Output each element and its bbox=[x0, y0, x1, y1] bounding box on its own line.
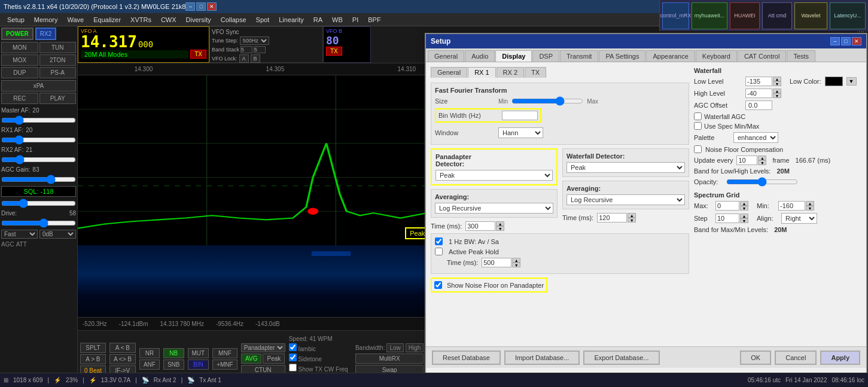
agc-select[interactable]: Fast bbox=[1, 230, 38, 239]
wf-time-down[interactable]: ▼ bbox=[628, 218, 636, 223]
menu-diversity[interactable]: Diversity bbox=[181, 15, 216, 25]
sg-max-input[interactable] bbox=[715, 201, 739, 211]
hz-bw-cb[interactable] bbox=[435, 237, 443, 245]
vfo-b-btn[interactable]: B bbox=[251, 54, 260, 63]
vfo-a-freq[interactable]: 14.317 bbox=[81, 34, 137, 50]
opacity-slider[interactable] bbox=[726, 177, 798, 187]
sg-min-input[interactable] bbox=[778, 201, 805, 211]
power-button[interactable]: POWER bbox=[1, 28, 33, 40]
wf-time-up[interactable]: ▲ bbox=[628, 213, 636, 218]
low-level-input[interactable] bbox=[745, 77, 772, 86]
menu-collapse[interactable]: Collapse bbox=[216, 15, 251, 25]
restore-btn[interactable]: □ bbox=[196, 2, 206, 11]
tab-keyboard[interactable]: Keyboard bbox=[696, 50, 737, 62]
twotone-btn[interactable]: 2TON bbox=[39, 54, 77, 66]
a-lt-b-btn[interactable]: A < B bbox=[109, 343, 136, 353]
menu-pi[interactable]: PI bbox=[348, 15, 363, 25]
band-stack-val2[interactable] bbox=[254, 46, 266, 53]
tab-dsp[interactable]: DSP bbox=[532, 50, 559, 62]
minimize-btn[interactable]: – bbox=[185, 2, 195, 11]
tab-appearance[interactable]: Appearance bbox=[646, 50, 695, 62]
ext-app-control[interactable]: control_mRX bbox=[662, 2, 689, 29]
rx1-af-slider[interactable] bbox=[1, 135, 76, 145]
band-stack-val1[interactable] bbox=[240, 46, 252, 53]
menu-bpf[interactable]: BPF bbox=[363, 15, 385, 25]
bin-width-input[interactable]: 5.859 bbox=[502, 111, 538, 120]
tab-audio[interactable]: Audio bbox=[465, 50, 495, 62]
window-select[interactable]: Hann Hamming Blackman Flat Top bbox=[498, 127, 543, 138]
multirx-btn[interactable]: MultiRX bbox=[355, 354, 424, 364]
mut-btn[interactable]: MUT bbox=[188, 348, 209, 358]
mnf-btn[interactable]: MNF bbox=[212, 348, 237, 358]
fft-size-slider[interactable] bbox=[511, 96, 583, 106]
low-level-down[interactable]: ▼ bbox=[773, 81, 781, 86]
agc-gain-slider[interactable] bbox=[1, 175, 76, 184]
wf-agc-cb[interactable] bbox=[694, 112, 702, 120]
sg-step-down[interactable]: ▼ bbox=[740, 218, 748, 223]
psa-btn[interactable]: PS-A bbox=[39, 67, 77, 78]
snb-btn[interactable]: SNB bbox=[163, 359, 184, 370]
sg-max-down[interactable]: ▼ bbox=[740, 206, 748, 211]
apply-btn[interactable]: Apply bbox=[820, 351, 860, 365]
wf-time-input[interactable] bbox=[597, 213, 627, 223]
vfo-a-btn[interactable]: A bbox=[239, 54, 249, 63]
pan-detector-select[interactable]: Peak Average Sample bbox=[435, 170, 553, 181]
master-af-slider[interactable] bbox=[1, 115, 76, 125]
play-btn[interactable]: PLAY bbox=[39, 93, 77, 104]
sg-align-select[interactable]: Right Left Center bbox=[781, 213, 817, 224]
ok-btn[interactable]: OK bbox=[740, 351, 771, 365]
rx2-af-slider[interactable] bbox=[1, 155, 76, 164]
update-every-up[interactable]: ▲ bbox=[758, 156, 766, 160]
peak-time-up[interactable]: ▲ bbox=[512, 258, 520, 263]
active-peak-cb[interactable] bbox=[435, 248, 443, 255]
close-btn[interactable]: ✕ bbox=[207, 2, 217, 11]
bin-btn[interactable]: BIN bbox=[188, 359, 209, 370]
vfo-a-mode[interactable]: 20M All Modes bbox=[81, 50, 188, 59]
xpa-btn[interactable]: xPA bbox=[1, 80, 76, 92]
high-level-down[interactable]: ▼ bbox=[773, 93, 781, 98]
menu-wb[interactable]: WB bbox=[327, 15, 348, 25]
vfo-b-tx-btn[interactable]: TX bbox=[326, 47, 342, 56]
low-color-btn[interactable]: ▼ bbox=[846, 77, 857, 86]
drive-slider[interactable] bbox=[1, 218, 76, 228]
tune-step-select[interactable]: 500Hz bbox=[240, 36, 269, 45]
nb-btn[interactable]: NB bbox=[163, 348, 184, 358]
rec-btn[interactable]: REC bbox=[1, 93, 38, 104]
sg-step-input[interactable] bbox=[715, 214, 739, 223]
noise-floor-cb[interactable] bbox=[434, 281, 442, 289]
sidetone-cb[interactable] bbox=[289, 354, 297, 361]
vfo-b-freq[interactable]: 80 bbox=[326, 34, 368, 47]
pan-avg-select[interactable]: Log Recursive Window None bbox=[435, 203, 553, 214]
wf-detector-select[interactable]: Peak Average Sample bbox=[567, 162, 685, 173]
tab-pa-settings[interactable]: PA Settings bbox=[599, 50, 645, 62]
menu-ra[interactable]: RA bbox=[309, 15, 327, 25]
reset-db-btn[interactable]: Reset Database bbox=[432, 351, 501, 365]
high-btn[interactable]: High bbox=[406, 343, 424, 352]
a-eq-b-btn[interactable]: A <> B bbox=[109, 354, 136, 364]
ext-app-huawei2[interactable]: HUAWEI bbox=[730, 2, 760, 29]
dialog-minimize[interactable]: – bbox=[830, 37, 840, 45]
att-select[interactable]: 0dB bbox=[39, 230, 76, 239]
peak-btn[interactable]: Peak bbox=[263, 354, 285, 364]
show-tx-cw-cb[interactable] bbox=[289, 364, 297, 371]
avg-btn[interactable]: AVG bbox=[241, 354, 261, 364]
low-btn[interactable]: Low bbox=[386, 343, 403, 352]
tx-button[interactable]: TX bbox=[190, 50, 206, 59]
mon-btn[interactable]: MON bbox=[1, 42, 38, 53]
pan-time-input[interactable] bbox=[465, 221, 495, 231]
peak-time-down[interactable]: ▼ bbox=[512, 263, 520, 267]
iambic-cb[interactable] bbox=[289, 343, 297, 351]
nr-btn[interactable]: NR bbox=[139, 348, 160, 358]
update-every-input[interactable] bbox=[736, 156, 757, 165]
dialog-maximize[interactable]: □ bbox=[841, 37, 851, 45]
sub-tab-rx2[interactable]: RX 2 bbox=[497, 67, 524, 78]
sql-slider[interactable] bbox=[1, 199, 76, 208]
menu-cwx[interactable]: CWX bbox=[156, 15, 181, 25]
mox-btn[interactable]: MOX bbox=[1, 54, 38, 66]
plus-mnf-btn[interactable]: +MNF bbox=[212, 359, 237, 370]
tab-general[interactable]: General bbox=[428, 50, 464, 62]
export-db-btn[interactable]: Export Database... bbox=[583, 351, 659, 365]
tab-tests[interactable]: Tests bbox=[787, 50, 815, 62]
wf-avg-select[interactable]: Log Recursive Window None bbox=[567, 194, 685, 205]
sg-min-down[interactable]: ▼ bbox=[806, 206, 814, 211]
